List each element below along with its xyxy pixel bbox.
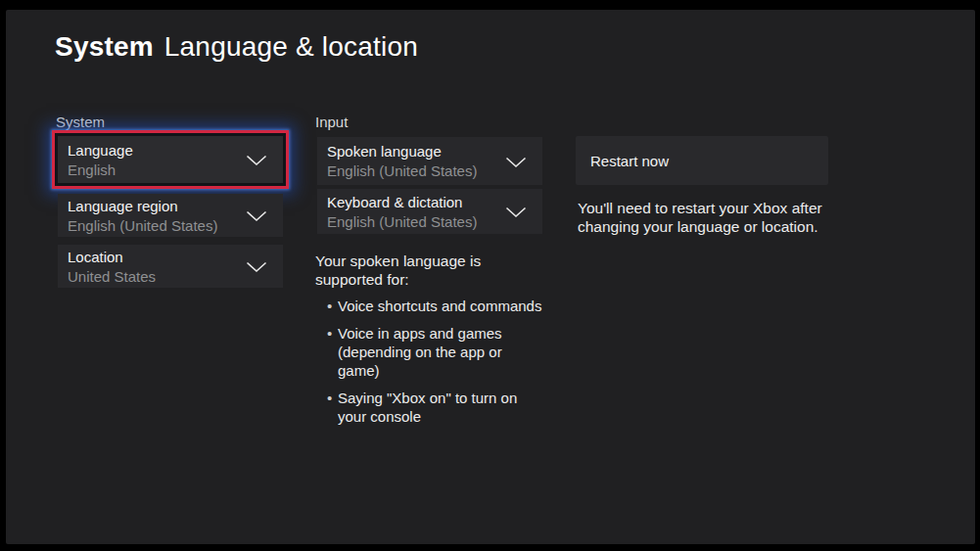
system-column-header: System xyxy=(56,114,105,130)
restart-now-button-label: Restart now xyxy=(590,153,669,169)
language-region-dropdown-label: Language region xyxy=(68,198,217,214)
settings-panel: System Language & location System Langua… xyxy=(6,10,975,544)
support-list-item: Saying "Xbox on" to turn on your console xyxy=(310,389,543,426)
location-dropdown[interactable]: Location United States xyxy=(58,245,283,288)
language-region-dropdown[interactable]: Language region English (United States) xyxy=(58,194,283,237)
page-title-section: System xyxy=(55,31,154,63)
restart-note: You'll need to restart your Xbox after c… xyxy=(578,199,852,236)
input-column-header: Input xyxy=(315,114,348,130)
spoken-language-dropdown-value: English (United States) xyxy=(327,162,477,179)
chevron-down-icon xyxy=(246,155,267,166)
page-title: System Language & location xyxy=(55,31,418,63)
language-dropdown-value: English xyxy=(68,161,133,178)
language-dropdown[interactable]: Language English xyxy=(58,136,283,183)
page-title-subpage: Language & location xyxy=(164,31,418,63)
chevron-down-icon xyxy=(246,210,267,222)
spoken-language-dropdown[interactable]: Spoken language English (United States) xyxy=(317,137,542,185)
spoken-language-support-list: Voice shortcuts and commands Voice in ap… xyxy=(310,297,543,435)
language-dropdown-label: Language xyxy=(68,142,133,159)
keyboard-dictation-dropdown-text: Keyboard & dictation English (United Sta… xyxy=(327,194,477,230)
support-list-item: Voice shortcuts and commands xyxy=(310,297,543,315)
spoken-language-support-intro: Your spoken language is supported for: xyxy=(315,252,552,289)
chevron-down-icon xyxy=(246,261,267,273)
location-dropdown-value: United States xyxy=(68,268,156,285)
keyboard-dictation-dropdown-value: English (United States) xyxy=(327,213,477,230)
language-region-dropdown-text: Language region English (United States) xyxy=(68,198,217,234)
support-list-item: Voice in apps and games (depending on th… xyxy=(310,324,543,380)
location-dropdown-label: Location xyxy=(68,249,156,265)
language-region-dropdown-value: English (United States) xyxy=(68,217,217,234)
keyboard-dictation-dropdown[interactable]: Keyboard & dictation English (United Sta… xyxy=(317,189,542,234)
language-dropdown-text: Language English xyxy=(68,142,133,178)
location-dropdown-text: Location United States xyxy=(68,249,156,285)
restart-now-button[interactable]: Restart now xyxy=(576,136,828,185)
language-dropdown-focus-ring: Language English xyxy=(52,130,289,189)
chevron-down-icon xyxy=(505,157,527,168)
spoken-language-dropdown-label: Spoken language xyxy=(327,143,477,160)
xbox-settings-screen: System Language & location System Langua… xyxy=(0,0,980,551)
spoken-language-dropdown-text: Spoken language English (United States) xyxy=(327,143,477,179)
chevron-down-icon xyxy=(505,207,527,218)
keyboard-dictation-dropdown-label: Keyboard & dictation xyxy=(327,194,477,210)
